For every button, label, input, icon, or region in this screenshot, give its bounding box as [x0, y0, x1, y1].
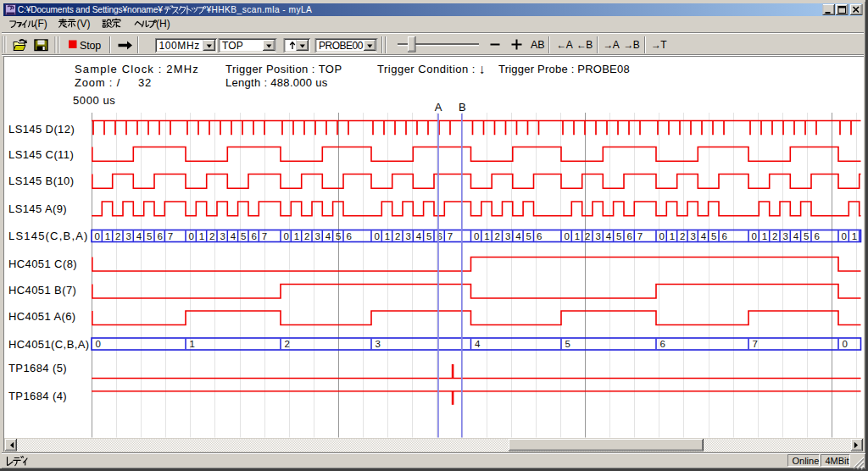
svg-text:¥HHKB_scan.mla - myLA: ¥HHKB_scan.mla - myLA — [205, 5, 312, 14]
svg-text:3: 3 — [405, 231, 410, 241]
svg-text:1: 1 — [762, 231, 767, 241]
svg-text:Trigger Probe : PROBE08: Trigger Probe : PROBE08 — [498, 63, 630, 75]
svg-text:TOP: TOP — [222, 40, 243, 52]
svg-text:A: A — [435, 101, 442, 114]
svg-text:Trigger Position : TOP: Trigger Position : TOP — [225, 63, 342, 75]
svg-text:0: 0 — [751, 231, 756, 241]
svg-text:6: 6 — [346, 231, 351, 241]
svg-text:1: 1 — [852, 231, 857, 241]
svg-text:Length : 488.000 us: Length : 488.000 us — [225, 76, 328, 89]
svg-text:HC4051(C,B,A): HC4051(C,B,A) — [8, 338, 90, 351]
svg-text:2: 2 — [680, 231, 685, 241]
svg-text:0: 0 — [564, 231, 569, 241]
svg-text:(F): (F) — [35, 18, 47, 30]
svg-text:2: 2 — [115, 231, 120, 241]
svg-text:6: 6 — [537, 231, 542, 241]
svg-text:HC4051 B(7): HC4051 B(7) — [8, 284, 76, 296]
svg-text:7: 7 — [753, 339, 758, 349]
svg-text:1: 1 — [484, 231, 489, 241]
svg-text:3: 3 — [505, 231, 510, 241]
svg-text:3: 3 — [595, 231, 600, 241]
svg-text:C:¥Documents and Settings¥nona: C:¥Documents and Settings¥noname¥ — [18, 5, 163, 14]
svg-text:0: 0 — [474, 231, 479, 241]
svg-text:2: 2 — [285, 339, 290, 349]
svg-text:5: 5 — [241, 231, 246, 241]
svg-text:0: 0 — [96, 339, 101, 349]
svg-text:5: 5 — [616, 231, 621, 241]
svg-text:5000 us: 5000 us — [73, 94, 115, 107]
svg-text:2: 2 — [495, 231, 500, 241]
svg-text:1: 1 — [199, 231, 204, 241]
svg-text:0: 0 — [659, 231, 664, 241]
svg-text:←B: ←B — [576, 39, 593, 51]
svg-text:Trigger Condition :: Trigger Condition : — [377, 63, 476, 75]
svg-text:3: 3 — [314, 231, 320, 241]
svg-text:Zoom : /: Zoom : / — [75, 76, 120, 89]
svg-text:1: 1 — [105, 231, 110, 241]
svg-text:2: 2 — [772, 231, 777, 241]
svg-text:7: 7 — [637, 231, 643, 241]
svg-text:4: 4 — [475, 339, 481, 349]
svg-text:TP1684 (4): TP1684 (4) — [8, 390, 67, 402]
svg-text:1: 1 — [575, 231, 580, 241]
svg-text:2: 2 — [585, 231, 590, 241]
svg-text:→A: →A — [604, 39, 620, 51]
svg-text:→T: →T — [651, 39, 667, 51]
svg-text:LS145 D(12): LS145 D(12) — [8, 123, 75, 136]
svg-text:1: 1 — [190, 339, 195, 349]
svg-text:0: 0 — [374, 231, 379, 241]
svg-text:4: 4 — [793, 231, 799, 241]
svg-text:LS145 C(11): LS145 C(11) — [8, 148, 74, 161]
svg-text:↓: ↓ — [479, 62, 486, 76]
svg-text:2: 2 — [304, 231, 309, 241]
svg-text:5: 5 — [804, 231, 809, 241]
svg-text:7: 7 — [448, 231, 453, 241]
svg-text:0: 0 — [841, 231, 846, 241]
svg-text:LS145 B(10): LS145 B(10) — [8, 175, 74, 187]
svg-text:4: 4 — [701, 231, 707, 241]
svg-text:5: 5 — [565, 339, 570, 349]
svg-text:AB: AB — [531, 39, 545, 51]
svg-text:3: 3 — [376, 339, 381, 349]
svg-text:0: 0 — [283, 231, 288, 241]
svg-text:6: 6 — [814, 231, 819, 241]
svg-text:6: 6 — [157, 231, 162, 241]
svg-text:2: 2 — [209, 231, 214, 241]
svg-text:0: 0 — [188, 231, 193, 241]
svg-text:Stop: Stop — [80, 40, 101, 52]
svg-text:B: B — [459, 101, 466, 114]
svg-text:3: 3 — [690, 231, 695, 241]
svg-text:100MHz: 100MHz — [159, 40, 200, 52]
svg-text:4: 4 — [136, 231, 142, 241]
svg-text:3: 3 — [220, 231, 225, 241]
svg-text:4: 4 — [231, 231, 236, 241]
svg-text:3: 3 — [125, 231, 131, 241]
svg-text:4: 4 — [416, 231, 422, 241]
svg-text:6: 6 — [251, 231, 256, 241]
svg-text:4MBit: 4MBit — [826, 456, 849, 466]
svg-text:5: 5 — [526, 231, 531, 241]
svg-text:→B: →B — [624, 39, 640, 51]
svg-text:4: 4 — [326, 231, 331, 241]
svg-text:1: 1 — [294, 231, 299, 241]
svg-text:7: 7 — [262, 231, 267, 241]
svg-text:4: 4 — [606, 231, 612, 241]
svg-text:6: 6 — [721, 231, 726, 241]
svg-text:5: 5 — [147, 231, 152, 241]
svg-text:Sample Clock : 2MHz: Sample Clock : 2MHz — [75, 63, 199, 75]
svg-text:1: 1 — [670, 231, 675, 241]
svg-text:3: 3 — [782, 231, 787, 241]
svg-text:LS145(C,B,A): LS145(C,B,A) — [8, 230, 89, 242]
svg-text:6: 6 — [660, 339, 665, 349]
svg-text:5: 5 — [426, 231, 431, 241]
svg-text:5: 5 — [336, 231, 341, 241]
svg-text:(H): (H) — [156, 18, 170, 30]
svg-text:6: 6 — [626, 231, 632, 241]
svg-text:4: 4 — [515, 231, 521, 241]
svg-text:32: 32 — [138, 76, 152, 89]
svg-text:HC4051 A(6): HC4051 A(6) — [8, 310, 76, 323]
svg-text:5: 5 — [711, 231, 716, 241]
svg-text:2: 2 — [395, 231, 400, 241]
svg-text:HC4051 C(8): HC4051 C(8) — [8, 258, 77, 270]
svg-text:0: 0 — [843, 339, 848, 349]
